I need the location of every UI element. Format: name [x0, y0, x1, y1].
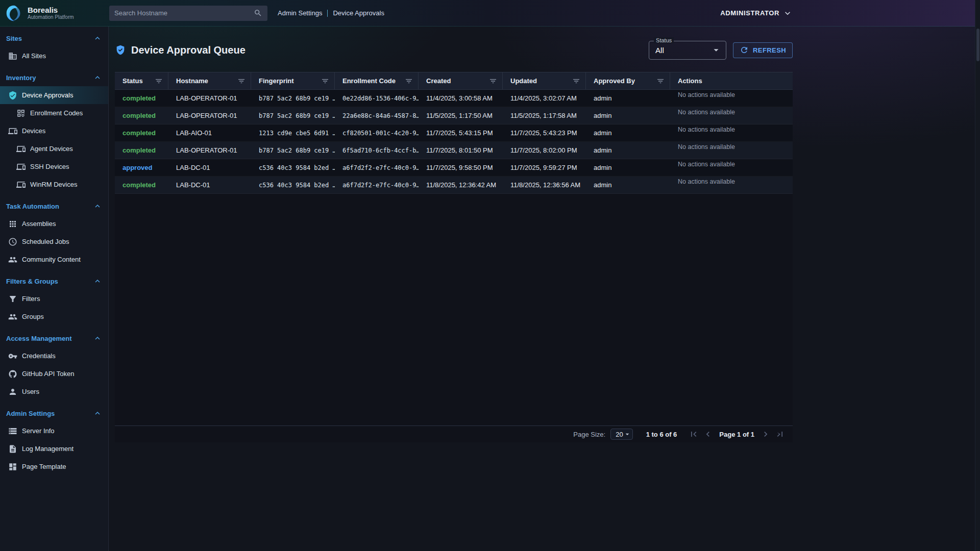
status-cell: completed	[115, 112, 168, 119]
status-cell: approved	[115, 164, 168, 171]
sidebar-item-log-management[interactable]: Log Management	[0, 440, 108, 458]
table-row: completedLAB-DC-01c536 40c3 9584 b2ed …a…	[115, 177, 793, 194]
column-header-fingerprint: Fingerprint	[251, 72, 335, 89]
verified-user-icon	[8, 91, 17, 100]
sidebar-section-label: Filters & Groups	[6, 278, 58, 285]
scrollbar-thumb[interactable]	[976, 29, 979, 61]
filter-list-icon	[405, 77, 413, 85]
enrollment-code-cell: 22a6e88c-84a6-4587-8…	[335, 112, 419, 119]
page-indicator: Page 1 of 1	[719, 431, 754, 438]
filter-list-icon	[572, 77, 580, 85]
breadcrumb-admin-settings[interactable]: Admin Settings	[278, 9, 322, 17]
apps-icon	[8, 219, 17, 229]
scrollbar[interactable]	[975, 0, 980, 551]
approved-by-cell: admin	[586, 146, 670, 154]
breadcrumb-separator	[327, 10, 328, 17]
sidebar-item-filters[interactable]: Filters	[0, 290, 108, 308]
sidebar-item-label: Groups	[22, 313, 44, 320]
column-filter-button[interactable]	[321, 77, 329, 85]
enrollment-code-cell: cf820501-001c-4c20-9…	[335, 130, 419, 137]
sidebar-item-assemblies[interactable]: Assemblies	[0, 215, 108, 233]
app-window: Borealis Automation Platform Admin Setti…	[0, 0, 980, 551]
status-cell: completed	[115, 129, 168, 137]
sidebar-item-label: Credentials	[22, 352, 56, 360]
sidebar-section-sites[interactable]: Sites	[0, 30, 108, 47]
approved-by-cell: admin	[586, 112, 670, 119]
sidebar-item-github-api-token[interactable]: GitHub API Token	[0, 365, 108, 383]
next-page-button[interactable]	[759, 428, 772, 441]
sidebar-section-task-automation[interactable]: Task Automation	[0, 197, 108, 215]
status-cell: completed	[115, 94, 168, 102]
sidebar-item-label: Assemblies	[22, 220, 56, 228]
sidebar-item-all-sites[interactable]: All Sites	[0, 47, 108, 65]
sidebar-item-label: Server Info	[22, 427, 55, 435]
refresh-button[interactable]: REFRESH	[733, 42, 793, 58]
status-filter-select[interactable]: Status All	[649, 41, 726, 60]
sidebar-item-groups[interactable]: Groups	[0, 308, 108, 325]
column-header-label: Hostname	[176, 77, 208, 85]
status-filter-value: All	[655, 46, 664, 55]
storage-icon	[8, 427, 17, 436]
sidebar-section-inventory[interactable]: Inventory	[0, 69, 108, 86]
column-filter-button[interactable]	[489, 77, 497, 85]
sidebar-item-credentials[interactable]: Credentials	[0, 347, 108, 365]
sidebar-item-users[interactable]: Users	[0, 383, 108, 400]
column-header-enrollment-code: Enrollment Code	[335, 72, 419, 89]
chevron-up-icon	[93, 409, 102, 418]
breadcrumb-device-approvals[interactable]: Device Approvals	[333, 9, 384, 17]
sidebar-item-enrollment-codes[interactable]: Enrollment Codes	[0, 104, 108, 122]
updated-cell: 11/7/2025, 8:02:00 PM	[503, 146, 586, 154]
fingerprint-cell: c536 40c3 9584 b2ed …	[251, 164, 335, 171]
sidebar-item-page-template[interactable]: Page Template	[0, 458, 108, 475]
sidebar-item-scheduled-jobs[interactable]: Scheduled Jobs	[0, 233, 108, 251]
sidebar-item-community-content[interactable]: Community Content	[0, 251, 108, 268]
device-approvals-table: StatusHostnameFingerprintEnrollment Code…	[115, 72, 793, 442]
table-row: approvedLAB-DC-01c536 40c3 9584 b2ed …a6…	[115, 159, 793, 177]
sidebar-item-server-info[interactable]: Server Info	[0, 422, 108, 440]
sidebar-section-admin-settings[interactable]: Admin Settings	[0, 405, 108, 422]
table-header-row: StatusHostnameFingerprintEnrollment Code…	[115, 72, 793, 90]
page-size-select[interactable]: 20	[610, 429, 632, 440]
chevron-up-icon	[93, 202, 102, 211]
first-page-button[interactable]	[687, 428, 700, 441]
user-menu-button[interactable]: ADMINISTRATOR	[720, 8, 793, 18]
sidebar-item-devices[interactable]: Devices	[0, 122, 108, 140]
sidebar-section-label: Admin Settings	[6, 410, 55, 417]
sidebar-item-label: SSH Devices	[30, 163, 69, 170]
sidebar-item-ssh-devices[interactable]: SSH Devices	[0, 158, 108, 176]
sidebar-item-agent-devices[interactable]: Agent Devices	[0, 140, 108, 158]
created-cell: 11/8/2025, 12:36:42 AM	[419, 181, 503, 189]
sidebar-item-label: WinRM Devices	[30, 181, 77, 188]
filter-list-icon	[237, 77, 246, 85]
filter-list-icon	[155, 77, 163, 85]
status-cell: completed	[115, 181, 168, 189]
search-box[interactable]	[109, 6, 267, 21]
column-filter-button[interactable]	[155, 77, 163, 85]
actions-cell: No actions available	[670, 107, 793, 116]
user-menu-label: ADMINISTRATOR	[720, 9, 779, 17]
enrollment-code-cell: 0e22dd86-1536-406c-9…	[335, 95, 419, 102]
sidebar-item-device-approvals[interactable]: Device Approvals	[0, 86, 108, 104]
column-filter-button[interactable]	[405, 77, 413, 85]
created-cell: 11/7/2025, 5:43:15 PM	[419, 129, 503, 137]
updated-cell: 11/7/2025, 9:59:27 PM	[503, 164, 586, 171]
column-filter-button[interactable]	[237, 77, 246, 85]
sidebar-section-access-management[interactable]: Access Management	[0, 330, 108, 347]
column-header-status: Status	[115, 72, 168, 89]
sidebar-item-winrm-devices[interactable]: WinRM Devices	[0, 176, 108, 193]
column-filter-button[interactable]	[572, 77, 580, 85]
previous-page-button[interactable]	[701, 428, 715, 441]
column-filter-button[interactable]	[656, 77, 665, 85]
sidebar-section-filters-groups[interactable]: Filters & Groups	[0, 272, 108, 290]
hostname-cell: LAB-OPERATOR-01	[168, 94, 251, 102]
created-cell: 11/7/2025, 9:58:50 PM	[419, 164, 503, 171]
filter-alt-icon	[8, 294, 17, 304]
table-footer: Page Size: 20 1 to 6 of 6 Page 1 of 1	[115, 425, 793, 442]
search-input[interactable]	[114, 9, 254, 17]
page-header: Device Approval Queue Status All REFRESH	[115, 36, 793, 64]
last-page-button[interactable]	[773, 428, 787, 441]
sidebar-item-label: Users	[22, 388, 39, 395]
actions-cell: No actions available	[670, 124, 793, 133]
pager: Page 1 of 1	[687, 428, 787, 441]
fingerprint-cell: b787 5ac2 68b9 ce19 …	[251, 147, 335, 154]
